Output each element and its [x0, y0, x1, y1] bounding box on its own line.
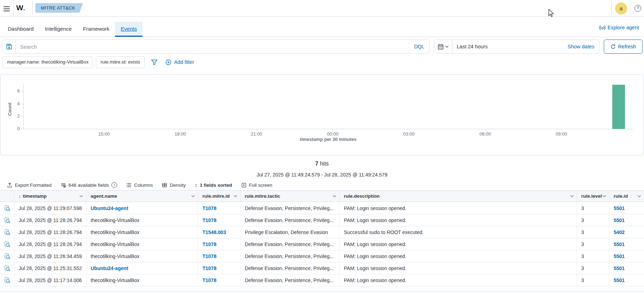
export-button[interactable]: Export Formatted — [7, 183, 51, 188]
chevron-down-icon[interactable] — [233, 195, 237, 197]
show-dates-button[interactable]: Show dates — [563, 44, 599, 49]
rule-id-cell[interactable]: 5501 — [609, 202, 644, 214]
rule-id-cell[interactable]: 5402 — [609, 226, 644, 238]
histogram-chart[interactable]: Count timestamp per 30 minutes 024615:00… — [0, 74, 644, 155]
available-fields-button[interactable]: 646 available fields i — [61, 182, 117, 188]
chevron-down-icon — [445, 46, 449, 48]
y-tick-label: 2 — [7, 113, 20, 119]
sort-desc-icon: ↓ — [19, 193, 21, 199]
filter-pill-manager-name[interactable]: manager.name: thecotilking-VirtualBox — [2, 56, 93, 68]
histogram-bar[interactable] — [612, 85, 625, 129]
chevron-down-icon[interactable] — [637, 195, 641, 197]
search-input[interactable] — [16, 44, 409, 50]
tab-intelligence[interactable]: Intelligence — [39, 22, 77, 37]
rule-id-cell[interactable]: 5501 — [609, 262, 644, 274]
header-rule-id[interactable]: rule.id — [609, 191, 644, 202]
density-button[interactable]: Density — [162, 183, 186, 188]
y-axis-line — [23, 84, 24, 129]
rule-mitre-tactic-cell: Defense Evasion, Persistence, Privileg..… — [241, 202, 340, 214]
inspect-document-icon[interactable] — [4, 277, 10, 283]
fields-sorted-button[interactable]: ↕ 1 fields sorted — [195, 182, 232, 188]
info-icon[interactable]: i — [111, 182, 117, 188]
header-rule-mitre-tactic[interactable]: rule.mitre.tactic — [241, 191, 340, 202]
time-range-label[interactable]: Last 24 hours — [452, 44, 563, 49]
tab-events[interactable]: Events — [115, 22, 142, 37]
explore-agent-button[interactable]: Explore agent — [599, 25, 639, 30]
rule-mitre-id-cell[interactable]: T1078 — [198, 238, 241, 250]
x-tick-mark — [485, 129, 486, 131]
agent-name-cell: thecotilking-VirtualBox — [86, 238, 198, 250]
inspect-document-icon[interactable] — [4, 253, 10, 259]
y-axis-label: Count — [7, 95, 12, 124]
divider — [611, 0, 612, 17]
table-row: Jul 28, 2025 @ 11:28:26.794 thecotilking… — [0, 214, 644, 226]
save-query-icon[interactable] — [2, 40, 16, 53]
rule-description-cell: PAM: Login session opened. — [340, 262, 577, 274]
header-agent-name[interactable]: agent.name — [86, 191, 198, 202]
rule-mitre-id-cell[interactable]: T1548.003 — [198, 226, 241, 238]
inspect-document-icon[interactable] — [4, 229, 10, 235]
fullscreen-button[interactable]: Full screen — [241, 183, 272, 188]
rule-id-cell[interactable]: 5501 — [609, 250, 644, 262]
x-tick-label: 09:00 — [551, 131, 572, 137]
divider — [631, 0, 631, 17]
table-row: Jul 28, 2025 @ 11:28:26.794 thecotilking… — [0, 226, 644, 238]
help-icon[interactable]: ? — [634, 5, 641, 12]
header-rule-level[interactable]: rule.level — [577, 191, 609, 202]
inspect-document-icon[interactable] — [4, 205, 10, 211]
rule-mitre-id-cell[interactable]: T1078 — [198, 262, 241, 274]
rule-id-cell[interactable]: 5501 — [609, 238, 644, 250]
tab-framework[interactable]: Framework — [77, 22, 115, 37]
calendar-dropdown[interactable] — [434, 40, 452, 53]
y-tick-mark — [21, 104, 23, 104]
table-body: Jul 28, 2025 @ 11:29:07.598 Ubuntu24-age… — [0, 202, 644, 286]
chevron-down-icon[interactable] — [79, 195, 83, 197]
query-language-button[interactable]: DQL — [409, 40, 429, 53]
rule-mitre-id-cell[interactable]: T1078 — [198, 274, 241, 286]
header-rule-mitre-id[interactable]: rule.mitre.id — [198, 191, 241, 202]
rule-id-cell[interactable]: 5501 — [609, 274, 644, 286]
wazuh-logo[interactable]: W. — [16, 4, 25, 12]
field-list-icon — [61, 183, 66, 188]
export-icon — [7, 183, 12, 188]
breadcrumb-badge[interactable]: MITRE ATT&CK — [35, 3, 83, 13]
refresh-button[interactable]: Refresh — [604, 40, 643, 54]
rule-mitre-id-cell[interactable]: T1078 — [198, 202, 241, 214]
rule-description-cell: PAM: Login session opened. — [340, 238, 577, 250]
rule-mitre-tactic-cell: Defense Evasion, Persistence, Privileg..… — [241, 274, 340, 286]
tab-dashboard[interactable]: Dashboard — [2, 22, 39, 37]
agent-name-cell[interactable]: Ubuntu24-agent — [86, 262, 198, 274]
inspect-document-icon[interactable] — [4, 241, 10, 247]
hits-summary: 7 hits — [0, 161, 644, 167]
rule-mitre-id-cell[interactable]: T1078 — [198, 250, 241, 262]
add-filter-button[interactable]: Add filter — [165, 59, 194, 65]
inspect-document-icon[interactable] — [4, 217, 10, 223]
table-row: Jul 28, 2025 @ 11:25:31.552 Ubuntu24-age… — [0, 262, 644, 274]
x-tick-mark — [333, 129, 333, 131]
filter-pill-mitre-exists[interactable]: rule.mitre.id: exists — [96, 56, 145, 68]
rule-id-cell[interactable]: 5501 — [609, 214, 644, 226]
rule-mitre-id-cell[interactable]: T1078 — [198, 214, 241, 226]
x-tick-label: 15:00 — [93, 131, 115, 137]
timestamp-cell: Jul 28, 2025 @ 11:17:14.006 — [14, 274, 86, 286]
columns-button[interactable]: Columns — [126, 183, 153, 188]
header-rule-description[interactable]: rule.description — [340, 191, 577, 202]
avatar[interactable]: a — [615, 2, 627, 14]
inspect-document-icon[interactable] — [4, 265, 10, 271]
chevron-down-icon[interactable] — [570, 195, 574, 197]
x-tick-mark — [180, 129, 181, 131]
agent-name-cell[interactable]: Ubuntu24-agent — [86, 202, 198, 214]
table-row: Jul 28, 2025 @ 11:17:14.006 thecotilking… — [0, 274, 644, 286]
filter-funnel-icon[interactable] — [151, 59, 158, 65]
chevron-down-icon[interactable] — [602, 195, 606, 197]
timestamp-cell: Jul 28, 2025 @ 11:25:31.552 — [14, 262, 86, 274]
menu-icon[interactable] — [3, 5, 11, 12]
y-tick-label: 6 — [7, 88, 20, 94]
chevron-down-icon[interactable] — [333, 195, 336, 197]
header-timestamp[interactable]: ↓timestamp — [14, 191, 86, 202]
divider — [13, 0, 14, 17]
rule-description-cell: PAM: Login session opened. — [340, 274, 577, 286]
chevron-down-icon[interactable] — [191, 195, 195, 197]
agent-name-cell: thecotilking-VirtualBox — [86, 214, 198, 226]
columns-icon — [126, 183, 132, 188]
